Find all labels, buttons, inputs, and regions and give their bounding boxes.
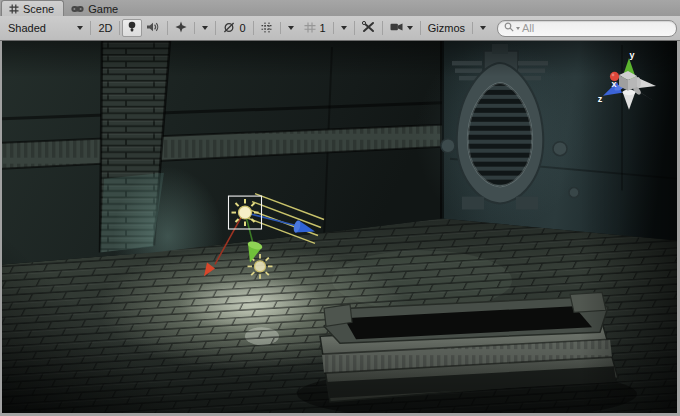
grid-icon <box>261 22 273 35</box>
sun-gizmo-icon[interactable] <box>232 199 259 226</box>
toolbar-separator <box>90 21 91 35</box>
axis-x-label: x <box>611 79 616 89</box>
search-placeholder: All <box>522 23 534 34</box>
toggle-2d-label: 2D <box>98 22 112 34</box>
tab-game-label: Game <box>88 3 118 15</box>
crossed-tools-icon <box>362 21 375 35</box>
shading-mode-dropdown[interactable]: Shaded <box>3 20 88 37</box>
unity-scene-window: Scene Game Shaded 2D <box>0 0 680 416</box>
dropdown-arrow-icon <box>480 26 486 30</box>
tab-game[interactable]: Game <box>64 1 127 16</box>
video-camera-icon <box>390 22 403 34</box>
snap-increment-value: 1 <box>320 22 326 34</box>
toolbar-separator <box>167 21 168 35</box>
scene-viewport[interactable]: y x z <box>2 41 677 413</box>
star-burst-icon <box>175 21 187 35</box>
grid-icon <box>9 4 19 14</box>
scene-toolbar: Shaded 2D <box>0 16 680 41</box>
axis-z-label: z <box>598 94 603 104</box>
toolbar-separator <box>420 21 421 35</box>
toolbar-separator <box>333 22 334 34</box>
hidden-objects-count: 0 <box>239 22 245 34</box>
gamepad-icon <box>71 5 84 13</box>
camera-settings-dropdown[interactable] <box>385 20 418 37</box>
toolbar-separator <box>119 21 120 35</box>
grid-visibility-dropdown[interactable] <box>256 20 299 37</box>
lightbulb-icon <box>128 21 136 35</box>
toolbar-right-group: 1 Gizmos <box>299 20 677 37</box>
dropdown-arrow-icon <box>288 26 294 30</box>
snap-increment-dropdown[interactable]: 1 <box>299 20 352 37</box>
toolbar-separator <box>194 22 195 34</box>
toolbar-separator <box>280 22 281 34</box>
axis-y-label: y <box>629 50 634 60</box>
scene-render: y x z <box>2 41 677 413</box>
scene-lighting-toggle[interactable] <box>122 19 142 37</box>
vignette-bottom <box>2 340 677 413</box>
effects-dropdown[interactable] <box>170 20 213 37</box>
dropdown-arrow-icon <box>77 26 83 30</box>
dropdown-arrow-icon <box>341 26 347 30</box>
tab-scene-label: Scene <box>23 3 54 15</box>
toggle-2d-button[interactable]: 2D <box>93 20 117 37</box>
magnifier-icon <box>504 22 514 34</box>
toolbar-separator <box>354 21 355 35</box>
gizmos-dropdown[interactable]: Gizmos <box>423 20 491 37</box>
tab-strip: Scene Game <box>0 0 680 16</box>
scene-search-input[interactable]: All <box>497 20 677 37</box>
eye-off-icon <box>223 22 235 35</box>
search-filter-arrow-icon <box>516 27 520 30</box>
component-tools-button[interactable] <box>357 20 380 37</box>
scene-audio-toggle[interactable] <box>142 20 165 37</box>
shading-mode-label: Shaded <box>8 22 46 34</box>
toolbar-separator <box>472 22 473 34</box>
tab-scene[interactable]: Scene <box>1 0 64 16</box>
dropdown-arrow-icon <box>202 26 208 30</box>
dropdown-arrow-icon <box>407 26 413 30</box>
grid-icon <box>304 22 316 35</box>
toolbar-separator <box>382 21 383 35</box>
speaker-icon <box>147 22 160 34</box>
scene-visibility-button[interactable]: 0 <box>218 20 250 37</box>
toolbar-separator <box>253 21 254 35</box>
toolbar-separator <box>215 21 216 35</box>
vignette-top <box>2 41 677 77</box>
gizmos-label: Gizmos <box>428 22 465 34</box>
